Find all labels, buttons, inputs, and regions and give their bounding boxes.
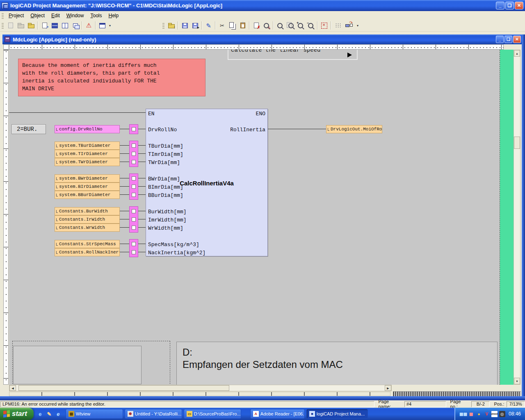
open-project-icon[interactable]: [26, 21, 36, 30]
connect-icon[interactable]: ↷: [343, 21, 355, 30]
var-bwr-diameter[interactable]: system.BWrDiameter: [55, 174, 120, 183]
child-minimize-button[interactable]: _: [496, 36, 504, 43]
parent-folder-icon[interactable]: ↑: [166, 21, 176, 30]
wire: [120, 145, 129, 146]
child-restore-button[interactable]: ❏: [504, 36, 512, 43]
screen: logiCAD Project Management: "J:\WISCO-RC…: [0, 0, 525, 420]
empty-comment-frame[interactable]: [13, 346, 142, 384]
delete-object-icon[interactable]: ✗: [251, 21, 261, 30]
note-line: with the roll diameters, this part of to…: [22, 70, 160, 76]
pin-input: NackInertia[kgm^2]: [148, 250, 205, 256]
app-icon: [2, 2, 8, 9]
save-icon[interactable]: [180, 21, 190, 30]
connector-pad: [132, 144, 136, 148]
close-button[interactable]: ✕: [515, 2, 523, 9]
var-twr-diameter[interactable]: system.TWrDiameter: [55, 158, 120, 166]
scroll-left-button[interactable]: ◀: [9, 385, 16, 391]
pos-value: 7/13%: [507, 401, 525, 407]
page-link-arrow-icon: [347, 52, 352, 57]
task-explorer-folder[interactable]: ▭ D:\SourceProBas\Fro...: [184, 409, 241, 419]
child-close-button[interactable]: ✕: [513, 36, 521, 43]
pin-en: EN: [148, 111, 155, 117]
var-bur-width[interactable]: Constants.BurWidth: [55, 207, 120, 215]
var-bir-diameter[interactable]: system.BIrDiameter: [55, 183, 120, 191]
var-tbur-diameter[interactable]: system.TBurDiameter: [55, 142, 120, 150]
zoom-selection-icon[interactable]: [319, 21, 329, 30]
minimize-button[interactable]: _: [496, 2, 504, 9]
var-wr-width[interactable]: Constants.WrWidth: [55, 224, 120, 232]
object-properties-icon[interactable]: ↗: [39, 21, 50, 30]
var-str-specmass[interactable]: Constants.StrSpecMass: [55, 240, 120, 248]
quick-launch-explorer-icon[interactable]: e: [55, 411, 62, 417]
cascade-windows-icon[interactable]: [70, 21, 80, 30]
edit-object-icon[interactable]: ✎: [203, 21, 214, 30]
var-ir-width[interactable]: Constants.IrWidth: [55, 215, 120, 224]
maximize-button[interactable]: ❏: [505, 2, 514, 9]
quick-launch-pen-icon[interactable]: ✎: [46, 411, 52, 417]
diagram-canvas[interactable]: calculate the linear speed Because the m…: [9, 50, 514, 385]
block-name: CalcRollInertiaV4a: [146, 180, 267, 187]
scroll-right-button[interactable]: ▶: [385, 385, 391, 391]
xhtml-icon[interactable]: xhtml: [491, 411, 498, 417]
menu-window[interactable]: Window: [63, 11, 87, 20]
task-adobe-reader[interactable]: A Adobe Reader - [E06...: [250, 409, 305, 419]
var-config-drvrollno[interactable]: config.DrvRollNo: [55, 125, 120, 133]
copy-icon[interactable]: [227, 21, 237, 30]
vertical-scrollbar[interactable]: ▲ ▼: [514, 50, 520, 385]
menu-project[interactable]: Project: [5, 11, 27, 20]
network-icon[interactable]: ▩▩: [460, 411, 466, 417]
menu-help[interactable]: Help: [105, 11, 122, 20]
linear-speed-comment[interactable]: calculate the linear speed: [228, 50, 358, 60]
task-untitled[interactable]: ✺ Untitled - Y:\DataRolli...: [125, 409, 182, 419]
volume-icon[interactable]: ●: [476, 411, 482, 417]
grid-icon[interactable]: [333, 21, 343, 30]
offpage-strip: [500, 50, 514, 385]
var-bbur-diameter[interactable]: system.BBurDiameter: [55, 191, 120, 199]
tile-horizontal-icon[interactable]: [50, 21, 60, 30]
open-document-icon[interactable]: [16, 21, 26, 30]
window-arrange-icon[interactable]: [97, 21, 107, 30]
vertical-scroll-thumb[interactable]: [514, 137, 520, 149]
save-all-icon[interactable]: ▸: [190, 21, 200, 30]
display-icon[interactable]: ◎: [499, 411, 505, 417]
zoom-out-icon[interactable]: −: [306, 21, 316, 30]
pin-input: TWrDia[mm]: [148, 160, 180, 166]
start-button[interactable]: start: [0, 408, 34, 420]
horizontal-scrollbar[interactable]: ◀ ▶: [9, 385, 392, 391]
bur-label[interactable]: 2=BUR.: [11, 124, 46, 134]
task-logicad[interactable]: ■ logiCAD Project Mana...: [306, 409, 368, 419]
scroll-down-button[interactable]: ▼: [514, 378, 520, 384]
menu-edit[interactable]: Edit: [48, 11, 63, 20]
zoom-icon[interactable]: [275, 21, 285, 30]
setzdaten-comment[interactable]: D: Empfangen der Setzdaten vom MAC: [176, 342, 498, 385]
task-label: Wtview: [76, 411, 90, 416]
wire: [138, 186, 146, 187]
check-errors-icon[interactable]: ⚠: [261, 21, 272, 30]
var-tir-diameter[interactable]: system.TIrDiameter: [55, 150, 120, 158]
warning-icon[interactable]: ⚠: [84, 21, 94, 30]
task-label: D:\SourceProBas\Fro...: [194, 411, 241, 416]
horizontal-scroll-thumb[interactable]: [18, 385, 229, 391]
cut-icon[interactable]: ✂: [217, 21, 227, 30]
wire: [138, 219, 146, 219]
paste-icon[interactable]: [237, 21, 248, 30]
inertia-note[interactable]: Because the moment of inertia differs mu…: [18, 59, 205, 96]
toolbar: ↗ ⚠ ▾ ↑ ▸ ✎ ✂ ✗ ⚠: [0, 20, 525, 32]
var-output-moiofrolls[interactable]: DrvLogicOut.MoiOfRolls: [326, 125, 382, 133]
antivirus-icon[interactable]: V: [484, 411, 490, 417]
zoom-page-icon[interactable]: [285, 21, 295, 30]
task-wtview[interactable]: ▤ Wtview: [66, 409, 123, 419]
note-line: inertia is calculated individually FOR T…: [22, 78, 157, 84]
menu-object[interactable]: Object: [27, 11, 48, 20]
window-arrange-dropdown[interactable]: ▾: [107, 21, 112, 30]
tile-vertical-icon[interactable]: [60, 21, 70, 30]
toolbar-dropdown[interactable]: ▾: [355, 21, 360, 30]
function-block[interactable]: EN ENO DrvRollNo TBurDia[mm] TImrDia[mm]…: [146, 109, 268, 256]
var-roll-nackinertia[interactable]: Constants.RollNackInertia: [55, 248, 120, 256]
disconnect-icon[interactable]: ▩: [468, 411, 474, 417]
menu-tools[interactable]: Tools: [87, 11, 105, 20]
scroll-up-button[interactable]: ▲: [514, 50, 520, 57]
new-document-icon[interactable]: [5, 21, 16, 30]
zoom-in-icon[interactable]: +: [295, 21, 306, 30]
quick-launch-ie-icon[interactable]: e: [37, 411, 43, 417]
